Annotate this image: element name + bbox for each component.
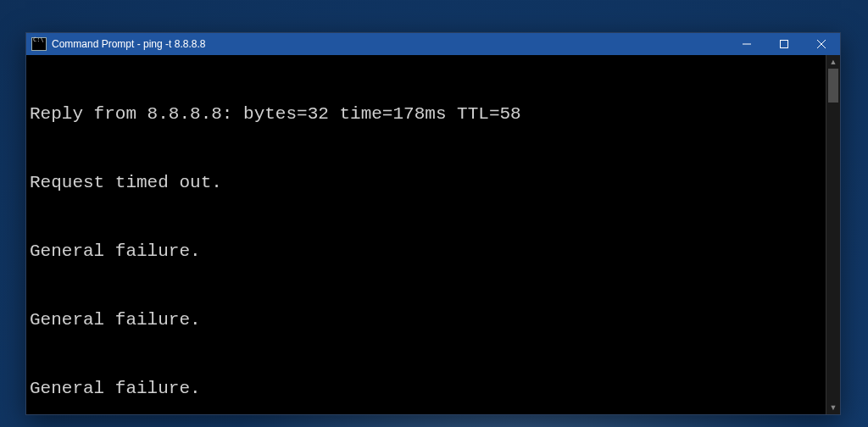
svg-rect-1: [781, 41, 788, 48]
cmd-icon: [31, 37, 47, 51]
scroll-track[interactable]: [826, 69, 840, 401]
scroll-up-arrow-icon[interactable]: ▲: [826, 55, 840, 69]
command-prompt-window: Command Prompt - ping -t 8.8.8.8 Reply f…: [25, 32, 841, 415]
desktop: Command Prompt - ping -t 8.8.8.8 Reply f…: [0, 0, 868, 427]
close-button[interactable]: [803, 33, 840, 55]
output-line: Request timed out.: [30, 171, 822, 194]
output-line: General failure.: [30, 240, 822, 263]
window-title: Command Prompt - ping -t 8.8.8.8: [52, 38, 728, 50]
output-line: Reply from 8.8.8.8: bytes=32 time=178ms …: [30, 103, 822, 125]
terminal-output[interactable]: Reply from 8.8.8.8: bytes=32 time=178ms …: [26, 55, 826, 414]
output-line: General failure.: [30, 377, 822, 400]
scroll-down-arrow-icon[interactable]: ▼: [826, 401, 840, 414]
client-area: Reply from 8.8.8.8: bytes=32 time=178ms …: [26, 55, 840, 414]
scroll-thumb[interactable]: [828, 69, 838, 103]
window-controls: [728, 33, 840, 55]
maximize-button[interactable]: [765, 33, 803, 55]
output-line: General failure.: [30, 308, 822, 331]
minimize-button[interactable]: [728, 33, 765, 55]
titlebar[interactable]: Command Prompt - ping -t 8.8.8.8: [26, 33, 840, 55]
vertical-scrollbar[interactable]: ▲ ▼: [826, 55, 840, 414]
